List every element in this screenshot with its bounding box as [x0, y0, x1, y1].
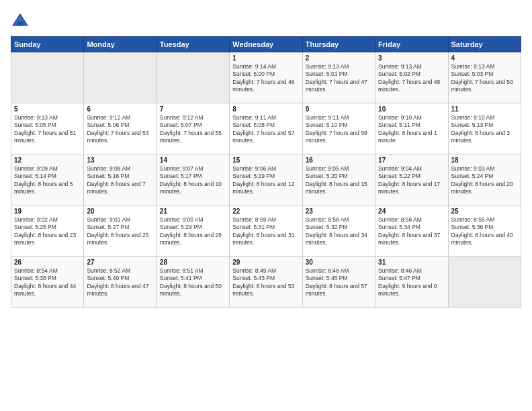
day-cell: 12Sunrise: 9:09 AM Sunset: 5:14 PM Dayli…	[11, 154, 84, 205]
week-row-1: 1Sunrise: 9:14 AM Sunset: 5:00 PM Daylig…	[11, 52, 521, 103]
day-info: Sunrise: 8:56 AM Sunset: 5:34 PM Dayligh…	[378, 216, 445, 247]
week-row-5: 26Sunrise: 8:54 AM Sunset: 5:38 PM Dayli…	[11, 257, 521, 308]
svg-rect-2	[17, 21, 23, 26]
col-tuesday: Tuesday	[157, 37, 229, 52]
day-number: 17	[378, 156, 445, 164]
calendar-body: 1Sunrise: 9:14 AM Sunset: 5:00 PM Daylig…	[11, 52, 521, 308]
day-info: Sunrise: 9:14 AM Sunset: 5:00 PM Dayligh…	[232, 63, 299, 94]
day-number: 10	[378, 105, 445, 113]
day-cell: 7Sunrise: 9:12 AM Sunset: 5:07 PM Daylig…	[157, 103, 229, 154]
day-number: 2	[306, 54, 372, 62]
day-number: 1	[232, 54, 299, 62]
day-info: Sunrise: 8:52 AM Sunset: 5:40 PM Dayligh…	[87, 267, 153, 298]
day-cell: 8Sunrise: 9:11 AM Sunset: 5:08 PM Daylig…	[230, 103, 302, 154]
day-info: Sunrise: 9:01 AM Sunset: 5:27 PM Dayligh…	[87, 216, 153, 247]
day-number: 19	[14, 208, 81, 215]
day-cell: 20Sunrise: 9:01 AM Sunset: 5:27 PM Dayli…	[84, 205, 157, 257]
day-number: 23	[306, 208, 372, 215]
day-cell: 4Sunrise: 9:13 AM Sunset: 5:03 PM Daylig…	[448, 52, 521, 103]
day-number: 24	[378, 208, 445, 215]
logo	[11, 11, 32, 30]
day-cell: 25Sunrise: 8:55 AM Sunset: 5:36 PM Dayli…	[448, 205, 521, 257]
day-cell: 30Sunrise: 8:48 AM Sunset: 5:45 PM Dayli…	[302, 257, 375, 308]
day-number: 13	[87, 156, 153, 164]
day-number: 28	[160, 259, 226, 266]
day-info: Sunrise: 9:07 AM Sunset: 5:17 PM Dayligh…	[160, 165, 226, 196]
day-number: 9	[306, 105, 372, 113]
day-cell: 21Sunrise: 9:00 AM Sunset: 5:29 PM Dayli…	[157, 205, 229, 257]
day-number: 8	[232, 105, 299, 113]
day-number: 26	[14, 259, 81, 266]
day-cell: 17Sunrise: 9:04 AM Sunset: 5:22 PM Dayli…	[375, 154, 448, 205]
col-saturday: Saturday	[448, 37, 521, 52]
day-cell	[84, 52, 157, 103]
day-number: 5	[14, 105, 81, 113]
day-info: Sunrise: 9:06 AM Sunset: 5:19 PM Dayligh…	[232, 165, 299, 196]
day-info: Sunrise: 8:54 AM Sunset: 5:38 PM Dayligh…	[14, 267, 81, 298]
day-cell: 14Sunrise: 9:07 AM Sunset: 5:17 PM Dayli…	[157, 154, 229, 205]
day-info: Sunrise: 8:55 AM Sunset: 5:36 PM Dayligh…	[451, 216, 518, 247]
day-number: 22	[232, 208, 299, 215]
day-info: Sunrise: 9:03 AM Sunset: 5:24 PM Dayligh…	[451, 165, 518, 196]
day-number: 31	[378, 259, 445, 266]
day-info: Sunrise: 9:08 AM Sunset: 5:16 PM Dayligh…	[87, 165, 153, 196]
day-cell: 26Sunrise: 8:54 AM Sunset: 5:38 PM Dayli…	[11, 257, 84, 308]
day-cell: 16Sunrise: 9:05 AM Sunset: 5:20 PM Dayli…	[302, 154, 375, 205]
calendar-page: Sunday Monday Tuesday Wednesday Thursday…	[0, 0, 532, 411]
logo-icon	[11, 11, 30, 30]
col-wednesday: Wednesday	[230, 37, 302, 52]
day-number: 20	[87, 208, 153, 215]
day-cell: 13Sunrise: 9:08 AM Sunset: 5:16 PM Dayli…	[84, 154, 157, 205]
day-info: Sunrise: 8:58 AM Sunset: 5:32 PM Dayligh…	[306, 216, 372, 247]
day-cell: 15Sunrise: 9:06 AM Sunset: 5:19 PM Dayli…	[230, 154, 302, 205]
col-friday: Friday	[375, 37, 448, 52]
day-info: Sunrise: 8:48 AM Sunset: 5:45 PM Dayligh…	[306, 267, 372, 298]
day-info: Sunrise: 9:05 AM Sunset: 5:20 PM Dayligh…	[306, 165, 372, 196]
calendar-table: Sunday Monday Tuesday Wednesday Thursday…	[11, 36, 521, 308]
day-cell: 10Sunrise: 9:10 AM Sunset: 5:11 PM Dayli…	[375, 103, 448, 154]
day-number: 14	[160, 156, 226, 164]
col-sunday: Sunday	[11, 37, 84, 52]
day-info: Sunrise: 9:12 AM Sunset: 5:06 PM Dayligh…	[87, 114, 153, 145]
col-monday: Monday	[84, 37, 157, 52]
day-cell: 22Sunrise: 8:59 AM Sunset: 5:31 PM Dayli…	[230, 205, 302, 257]
week-row-3: 12Sunrise: 9:09 AM Sunset: 5:14 PM Dayli…	[11, 154, 521, 205]
day-cell: 1Sunrise: 9:14 AM Sunset: 5:00 PM Daylig…	[230, 52, 302, 103]
day-info: Sunrise: 9:13 AM Sunset: 5:05 PM Dayligh…	[14, 114, 81, 145]
day-number: 25	[451, 208, 518, 215]
calendar-header: Sunday Monday Tuesday Wednesday Thursday…	[11, 37, 521, 52]
day-cell: 2Sunrise: 9:13 AM Sunset: 5:01 PM Daylig…	[302, 52, 375, 103]
day-number: 16	[306, 156, 372, 164]
day-info: Sunrise: 8:59 AM Sunset: 5:31 PM Dayligh…	[232, 216, 299, 247]
day-cell: 31Sunrise: 8:46 AM Sunset: 5:47 PM Dayli…	[375, 257, 448, 308]
day-info: Sunrise: 9:00 AM Sunset: 5:29 PM Dayligh…	[160, 216, 226, 247]
day-cell: 29Sunrise: 8:49 AM Sunset: 5:43 PM Dayli…	[230, 257, 302, 308]
day-info: Sunrise: 8:49 AM Sunset: 5:43 PM Dayligh…	[232, 267, 299, 298]
day-cell	[157, 52, 229, 103]
col-thursday: Thursday	[302, 37, 375, 52]
day-number: 12	[14, 156, 81, 164]
day-info: Sunrise: 9:02 AM Sunset: 5:25 PM Dayligh…	[14, 216, 81, 247]
header-row: Sunday Monday Tuesday Wednesday Thursday…	[11, 37, 521, 52]
header	[11, 11, 521, 30]
day-info: Sunrise: 9:13 AM Sunset: 5:01 PM Dayligh…	[306, 63, 372, 94]
day-cell: 27Sunrise: 8:52 AM Sunset: 5:40 PM Dayli…	[84, 257, 157, 308]
day-number: 27	[87, 259, 153, 266]
day-number: 15	[232, 156, 299, 164]
day-cell: 11Sunrise: 9:10 AM Sunset: 5:13 PM Dayli…	[448, 103, 521, 154]
day-cell: 19Sunrise: 9:02 AM Sunset: 5:25 PM Dayli…	[11, 205, 84, 257]
day-cell: 28Sunrise: 8:51 AM Sunset: 5:41 PM Dayli…	[157, 257, 229, 308]
week-row-4: 19Sunrise: 9:02 AM Sunset: 5:25 PM Dayli…	[11, 205, 521, 257]
day-cell	[11, 52, 84, 103]
day-info: Sunrise: 9:12 AM Sunset: 5:07 PM Dayligh…	[160, 114, 226, 145]
day-cell: 5Sunrise: 9:13 AM Sunset: 5:05 PM Daylig…	[11, 103, 84, 154]
day-info: Sunrise: 8:46 AM Sunset: 5:47 PM Dayligh…	[378, 267, 445, 298]
day-info: Sunrise: 9:11 AM Sunset: 5:08 PM Dayligh…	[232, 114, 299, 145]
day-cell: 23Sunrise: 8:58 AM Sunset: 5:32 PM Dayli…	[302, 205, 375, 257]
day-number: 21	[160, 208, 226, 215]
day-info: Sunrise: 8:51 AM Sunset: 5:41 PM Dayligh…	[160, 267, 226, 298]
day-cell: 6Sunrise: 9:12 AM Sunset: 5:06 PM Daylig…	[84, 103, 157, 154]
day-number: 29	[232, 259, 299, 266]
day-cell	[448, 257, 521, 308]
day-info: Sunrise: 9:09 AM Sunset: 5:14 PM Dayligh…	[14, 165, 81, 196]
